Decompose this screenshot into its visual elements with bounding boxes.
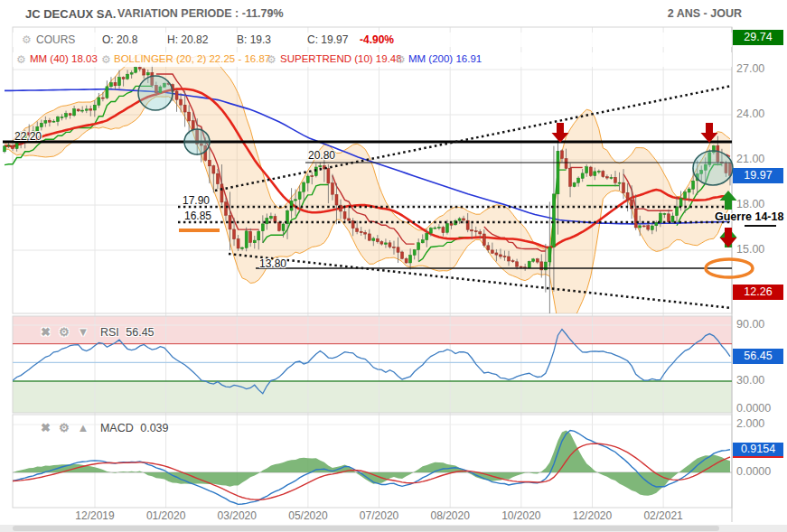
price-tick-label: 15.00 [736, 243, 764, 256]
rsi-tick-label: 30.00 [736, 374, 764, 387]
price-tick-label: 27.00 [736, 62, 764, 75]
gear-icon[interactable]: ⚙ [59, 325, 70, 339]
close-value: C: 19.97 [307, 33, 348, 46]
macd-tick-label: 0.0000 [736, 465, 771, 478]
open-value: O: 20.8 [102, 33, 137, 46]
rsi-value: 56.45 [126, 326, 154, 339]
level-label-1790: 17.90 [183, 194, 210, 207]
macd-panel-header: ✖⚙▲ MACD 0.039 [41, 421, 169, 434]
legend-row-cours: ⚙ COURS O: 20.8 H: 20.82 B: 19.3 C: 19.9… [13, 33, 732, 47]
rsi-panel-header: ✖⚙▼ RSI 56.45 [41, 325, 155, 339]
change-percent: -4.90% [360, 33, 394, 46]
time-axis-label: 12/2019 [75, 509, 114, 522]
level-label-2220: 22.20 [14, 130, 42, 143]
price-tick-label: 24.00 [736, 107, 764, 120]
cours-label: COURS [36, 33, 75, 46]
time-axis-label: 12/2020 [573, 509, 612, 522]
mm40-legend: MM (40) 18.03 [30, 53, 98, 64]
legend-row-indicators: ⚙ MM (40) 18.03 ⚙ BOLLINGER (20, 2) 22.2… [13, 52, 732, 67]
time-axis-label: 08/2020 [430, 509, 469, 522]
gear-icon[interactable]: ⚙ [396, 53, 406, 66]
last-price-badge: 19.97 [733, 168, 783, 183]
time-axis-label: 02/2021 [643, 509, 682, 522]
time-axis-label: 05/2020 [288, 509, 327, 522]
close-icon[interactable]: ✖ [41, 325, 51, 339]
chart-application: JC DECAUX SA. VARIATION PERIODE : -11.79… [0, 0, 787, 532]
time-axis-label: 01/2020 [146, 509, 185, 522]
gear-icon[interactable]: ⚙ [267, 53, 276, 66]
macd-value-badge: 0.9154 [733, 443, 783, 458]
gear-icon[interactable]: ⚙ [101, 53, 111, 66]
time-axis-label: 03/2020 [218, 509, 257, 522]
low-value: B: 19.3 [237, 33, 271, 46]
macd-title: MACD [100, 422, 134, 434]
rsi-title: RSI [100, 326, 119, 339]
high-value: H: 20.82 [167, 33, 208, 46]
expand-up-icon[interactable]: ▲ [78, 421, 89, 434]
mm200-legend: MM (200) 16.91 [408, 53, 482, 64]
level-label-2080: 20.80 [308, 149, 335, 162]
period-high-badge: 29.74 [733, 30, 783, 45]
period-selector[interactable]: 2 ANS - JOUR [668, 7, 742, 20]
period-low-badge: 12.26 [733, 285, 783, 300]
bollinger-legend: BOLLINGER (20, 2) 22.25 - 16.87 [114, 53, 270, 64]
guerre-underline [745, 225, 776, 227]
time-scrollbar[interactable] [0, 525, 787, 532]
chart-canvas[interactable] [0, 0, 787, 532]
gear-icon[interactable]: ⚙ [16, 53, 26, 66]
instrument-title: JC DECAUX SA. [25, 7, 116, 21]
time-axis-label: 07/2020 [360, 509, 398, 522]
level-label-1380: 13.80 [259, 257, 286, 270]
price-tick-label: 18.00 [736, 198, 764, 210]
close-icon[interactable]: ✖ [41, 421, 51, 434]
gear-icon[interactable]: ⚙ [59, 421, 70, 434]
macd-value: 0.039 [140, 422, 168, 434]
gear-icon[interactable]: ⚙ [22, 33, 32, 46]
rsi-tick-label: 0.0000 [736, 402, 771, 415]
level-label-1685: 16.85 [184, 210, 211, 222]
supertrend-legend: SUPERTREND (10) 19.48 [280, 53, 402, 64]
rsi-value-badge: 56.45 [733, 349, 783, 364]
rsi-tick-label: 90.00 [736, 318, 764, 331]
price-tick-label: 21.00 [736, 153, 764, 165]
variation-period-label: VARIATION PERIODE : -11.79% [117, 7, 284, 20]
macd-tick-label: 2.000 [736, 417, 764, 430]
guerre-annotation: Guerre 14-18 [715, 210, 783, 223]
scrollbar-thumb[interactable] [13, 526, 719, 531]
collapse-down-icon[interactable]: ▼ [78, 325, 89, 339]
time-axis-label: 10/2020 [501, 509, 540, 522]
